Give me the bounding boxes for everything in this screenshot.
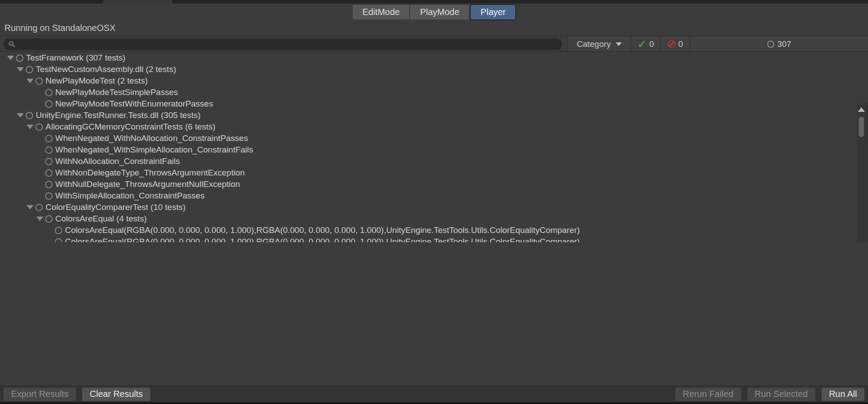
test-tree-panel: TestFramework (307 tests)TestNewCustomAs…: [0, 51, 868, 243]
not-run-filter-button[interactable]: 307: [690, 37, 868, 51]
search-box[interactable]: [4, 38, 562, 50]
failed-count: 0: [678, 39, 683, 49]
foldout-triangle-icon[interactable]: [34, 217, 45, 221]
mode-tabs: EditModePlayModePlayer: [0, 4, 868, 20]
scrollbar-thumb[interactable]: [859, 117, 864, 137]
test-status-icon: [45, 135, 53, 142]
panel-right-edge: [865, 103, 868, 243]
tree-row-label: WithNullDelegate_ThrowsArgumentNullExcep…: [55, 179, 240, 189]
category-label: Category: [577, 39, 611, 49]
window-bottom-edge: [0, 402, 868, 404]
test-detail-panel: [0, 242, 868, 385]
passed-count: 0: [649, 39, 654, 49]
test-status-icon: [45, 192, 53, 200]
test-status-icon: [45, 215, 53, 223]
foldout-triangle-icon[interactable]: [15, 113, 26, 118]
foldout-triangle-icon[interactable]: [15, 67, 26, 72]
tree-row[interactable]: NewPlayModeTestWithEnumeratorPasses: [0, 98, 857, 110]
tree-row[interactable]: WhenNegated_WithNoAllocation_ConstraintP…: [0, 133, 857, 144]
search-icon: [8, 41, 15, 48]
passed-filter-button[interactable]: ✓ 0: [631, 37, 660, 51]
tree-row-label: WhenNegated_WithNoAllocation_ConstraintP…: [55, 133, 248, 143]
window-tab-notch: [103, 0, 173, 4]
run-selected-button: Run Selected: [747, 388, 815, 401]
tree-row-label: TestNewCustomAssembly.dll (2 tests): [36, 65, 176, 74]
clear-results-button[interactable]: Clear Results: [82, 388, 150, 401]
test-status-icon: [45, 169, 53, 177]
failed-filter-button[interactable]: 0: [660, 37, 690, 51]
filter-toolbar: Category ✓ 0 0 307: [0, 37, 868, 51]
tree-row[interactable]: UnityEngine.TestRunner.Tests.dll (305 te…: [0, 110, 857, 121]
export-results-button: Export Results: [4, 388, 76, 401]
tree-row[interactable]: ColorsAreEqual(RGBA(0.000, 0.000, 0.000,…: [0, 225, 857, 236]
test-status-icon: [45, 146, 53, 154]
passed-check-icon: ✓: [637, 39, 646, 50]
footer-toolbar: Export ResultsClear Results Rerun Failed…: [0, 385, 868, 402]
tree-row[interactable]: NewPlayModeTestSimplePasses: [0, 87, 857, 98]
test-status-icon: [26, 66, 33, 73]
tree-row-label: ColorEqualityComparerTest (10 tests): [46, 202, 186, 212]
running-target-label: Running on StandaloneOSX: [4, 23, 115, 33]
tree-row[interactable]: WithSimpleAllocation_ConstraintPasses: [0, 190, 857, 202]
tree-row[interactable]: WithNullDelegate_ThrowsArgumentNullExcep…: [0, 179, 857, 190]
tree-row[interactable]: ColorsAreEqual (4 tests): [0, 213, 857, 225]
test-status-icon: [26, 112, 33, 119]
test-status-icon: [35, 123, 43, 131]
rerun-failed-button: Rerun Failed: [675, 388, 741, 401]
test-status-icon: [35, 204, 43, 211]
tree-row-label: NewPlayModeTest (2 tests): [46, 76, 148, 86]
not-run-circle-icon: [767, 41, 774, 48]
mode-tab-player[interactable]: Player: [471, 5, 515, 19]
tree-row-label: NewPlayModeTestSimplePasses: [55, 88, 178, 97]
footer-left-buttons: Export ResultsClear Results: [4, 388, 156, 401]
tree-row-label: AllocatingGCMemoryConstraintTests (6 tes…: [46, 122, 215, 132]
filter-buttons: Category ✓ 0 0 307: [567, 37, 868, 51]
foldout-triangle-icon[interactable]: [25, 79, 35, 83]
window-top-strip: [0, 0, 868, 4]
tree-row[interactable]: WithNoAllocation_ConstraintFails: [0, 156, 857, 167]
tree-row-label: WithSimpleAllocation_ConstraintPasses: [55, 191, 205, 201]
tree-row[interactable]: NewPlayModeTest (2 tests): [0, 75, 857, 87]
tree-row-label: WithNoAllocation_ConstraintFails: [55, 156, 180, 166]
foldout-triangle-icon[interactable]: [5, 56, 16, 60]
test-tree: TestFramework (307 tests)TestNewCustomAs…: [0, 52, 857, 243]
mode-tab-editmode[interactable]: EditMode: [353, 5, 410, 19]
tree-row[interactable]: WithNonDelegateType_ThrowsArgumentExcept…: [0, 167, 857, 179]
footer-right-buttons: Rerun FailedRun SelectedRun All: [675, 388, 864, 401]
failed-no-entry-icon: [668, 40, 675, 48]
tree-row-label: WhenNegated_WithSimpleAllocation_Constra…: [55, 145, 253, 155]
tree-row-label: ColorsAreEqual(RGBA(0.000, 0.000, 0.000,…: [65, 225, 580, 235]
tree-row[interactable]: WhenNegated_WithSimpleAllocation_Constra…: [0, 144, 857, 156]
test-status-icon: [45, 89, 53, 96]
run-all-button[interactable]: Run All: [822, 388, 864, 401]
tree-row-label: WithNonDelegateType_ThrowsArgumentExcept…: [55, 168, 245, 178]
test-status-icon: [45, 181, 53, 188]
mode-tab-playmode[interactable]: PlayMode: [410, 5, 469, 19]
scroll-up-arrow-icon[interactable]: [858, 107, 865, 112]
foldout-triangle-icon[interactable]: [25, 125, 35, 129]
tree-row[interactable]: ColorEqualityComparerTest (10 tests): [0, 202, 857, 213]
category-dropdown[interactable]: Category: [567, 37, 631, 51]
tree-row[interactable]: TestFramework (307 tests): [0, 52, 857, 64]
foldout-triangle-icon[interactable]: [25, 205, 35, 210]
tree-row[interactable]: TestNewCustomAssembly.dll (2 tests): [0, 64, 857, 75]
tree-row-label: ColorsAreEqual (4 tests): [55, 214, 147, 224]
search-input[interactable]: [18, 39, 558, 50]
test-status-icon: [55, 227, 62, 234]
test-status-icon: [45, 158, 53, 165]
test-status-icon: [45, 100, 53, 108]
tree-row[interactable]: ColorsAreEqual(RGBA(0.000, 0.000, 0.000,…: [0, 236, 857, 243]
tree-row[interactable]: AllocatingGCMemoryConstraintTests (6 tes…: [0, 121, 857, 133]
not-run-count: 307: [777, 39, 792, 49]
test-status-icon: [35, 77, 43, 85]
test-status-icon: [16, 54, 23, 62]
tree-row-label: UnityEngine.TestRunner.Tests.dll (305 te…: [36, 111, 201, 120]
tree-row-label: NewPlayModeTestWithEnumeratorPasses: [55, 99, 213, 109]
vertical-scrollbar[interactable]: [857, 103, 865, 243]
tree-row-label: TestFramework (307 tests): [26, 53, 126, 63]
status-row: Running on StandaloneOSX: [0, 20, 868, 36]
chevron-down-icon: [616, 42, 622, 46]
